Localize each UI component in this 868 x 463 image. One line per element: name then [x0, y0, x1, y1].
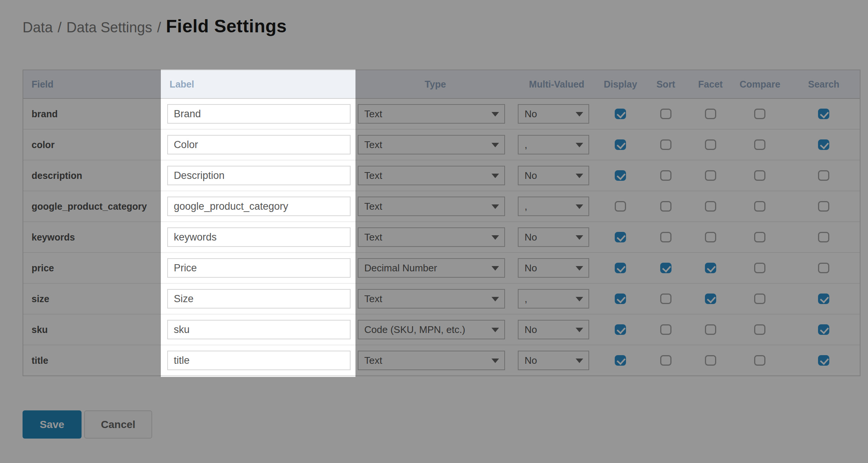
compare-checkbox[interactable] — [754, 170, 765, 181]
display-checkbox[interactable] — [615, 139, 626, 150]
compare-checkbox[interactable] — [754, 355, 765, 366]
breadcrumb-link-data-settings[interactable]: Data Settings — [67, 20, 152, 36]
facet-checkbox[interactable] — [705, 263, 716, 273]
facet-checkbox[interactable] — [705, 109, 716, 119]
display-checkbox[interactable] — [615, 355, 626, 366]
page-title: Field Settings — [166, 16, 287, 36]
sort-checkbox[interactable] — [660, 324, 671, 335]
label-input[interactable] — [168, 355, 350, 366]
type-select[interactable]: Code (SKU, MPN, etc.) — [358, 320, 505, 339]
sort-checkbox[interactable] — [660, 109, 671, 119]
search-checkbox[interactable] — [818, 355, 829, 366]
multivalued-select[interactable]: , — [518, 135, 589, 154]
table-row-keywords: keywords Text No — [23, 221, 860, 252]
display-checkbox[interactable] — [615, 294, 626, 304]
compare-checkbox[interactable] — [754, 294, 765, 304]
compare-checkbox[interactable] — [754, 263, 765, 273]
field-name: keywords — [32, 232, 75, 243]
chevron-down-icon — [491, 112, 499, 117]
breadcrumb-link-data[interactable]: Data — [23, 20, 53, 36]
save-button[interactable]: Save — [23, 410, 82, 439]
type-select[interactable]: Text — [358, 197, 505, 216]
label-input-wrap — [167, 227, 351, 247]
type-select-value: Text — [364, 293, 383, 305]
search-checkbox[interactable] — [818, 232, 829, 242]
compare-checkbox[interactable] — [754, 324, 765, 335]
multivalued-select-value: , — [525, 201, 527, 212]
compare-checkbox[interactable] — [754, 201, 765, 212]
multivalued-select[interactable]: , — [518, 197, 589, 216]
table-row-price: price Decimal Number No — [23, 252, 860, 283]
sort-checkbox[interactable] — [660, 170, 671, 181]
display-checkbox[interactable] — [615, 109, 626, 119]
column-header-label: Label — [162, 70, 355, 98]
search-checkbox[interactable] — [818, 294, 829, 304]
facet-checkbox[interactable] — [705, 139, 716, 150]
compare-checkbox[interactable] — [754, 232, 765, 242]
type-select[interactable]: Text — [358, 227, 505, 247]
chevron-down-icon — [576, 235, 583, 240]
display-checkbox[interactable] — [615, 324, 626, 335]
facet-checkbox[interactable] — [705, 324, 716, 335]
type-select-value: Text — [364, 139, 383, 151]
multivalued-select[interactable]: , — [518, 289, 589, 309]
multivalued-select[interactable]: No — [518, 258, 589, 278]
multivalued-select-value: , — [525, 139, 527, 151]
search-checkbox[interactable] — [818, 109, 829, 119]
field-name: description — [32, 170, 82, 181]
label-input[interactable] — [168, 201, 350, 212]
type-select[interactable]: Text — [358, 135, 505, 154]
type-select[interactable]: Text — [358, 289, 505, 309]
sort-checkbox[interactable] — [660, 263, 671, 273]
facet-checkbox[interactable] — [705, 232, 716, 242]
chevron-down-icon — [491, 204, 499, 209]
label-input[interactable] — [168, 293, 350, 305]
multivalued-select[interactable]: No — [518, 104, 589, 124]
chevron-down-icon — [576, 204, 583, 209]
facet-checkbox[interactable] — [705, 170, 716, 181]
label-input-wrap — [167, 104, 351, 124]
display-checkbox[interactable] — [615, 170, 626, 181]
multivalued-select[interactable]: No — [518, 320, 589, 339]
field-name: sku — [32, 324, 48, 335]
type-select[interactable]: Text — [358, 104, 505, 124]
sort-checkbox[interactable] — [660, 232, 671, 242]
label-input[interactable] — [168, 170, 350, 182]
display-checkbox[interactable] — [615, 232, 626, 242]
display-checkbox[interactable] — [615, 263, 626, 273]
search-checkbox[interactable] — [818, 201, 829, 212]
compare-checkbox[interactable] — [754, 109, 765, 119]
chevron-down-icon — [576, 112, 583, 117]
chevron-down-icon — [491, 328, 499, 332]
label-input[interactable] — [168, 139, 350, 151]
multivalued-select[interactable]: No — [518, 166, 589, 185]
column-header-facet: Facet — [689, 70, 732, 98]
sort-checkbox[interactable] — [660, 139, 671, 150]
type-select[interactable]: Text — [358, 166, 505, 185]
sort-checkbox[interactable] — [660, 201, 671, 212]
type-select[interactable]: Decimal Number — [358, 258, 505, 278]
chevron-down-icon — [576, 266, 583, 271]
display-checkbox[interactable] — [615, 201, 626, 212]
search-checkbox[interactable] — [818, 170, 829, 181]
label-input[interactable] — [168, 324, 350, 336]
search-checkbox[interactable] — [818, 324, 829, 335]
label-input[interactable] — [168, 262, 350, 274]
chevron-down-icon — [491, 297, 499, 301]
search-checkbox[interactable] — [818, 139, 829, 150]
sort-checkbox[interactable] — [660, 294, 671, 304]
label-input[interactable] — [168, 108, 350, 120]
multivalued-select[interactable]: No — [518, 351, 589, 370]
compare-checkbox[interactable] — [754, 139, 765, 150]
cancel-button[interactable]: Cancel — [84, 410, 152, 439]
multivalued-select[interactable]: No — [518, 227, 589, 247]
facet-checkbox[interactable] — [705, 355, 716, 366]
facet-checkbox[interactable] — [705, 201, 716, 212]
search-checkbox[interactable] — [818, 263, 829, 273]
label-input[interactable] — [168, 232, 350, 243]
facet-checkbox[interactable] — [705, 294, 716, 304]
table-row-color: color Text , — [23, 129, 860, 160]
type-select[interactable]: Text — [358, 351, 505, 370]
table-header-row: Field Label Type Multi-Valued Display So… — [23, 70, 860, 99]
sort-checkbox[interactable] — [660, 355, 671, 366]
